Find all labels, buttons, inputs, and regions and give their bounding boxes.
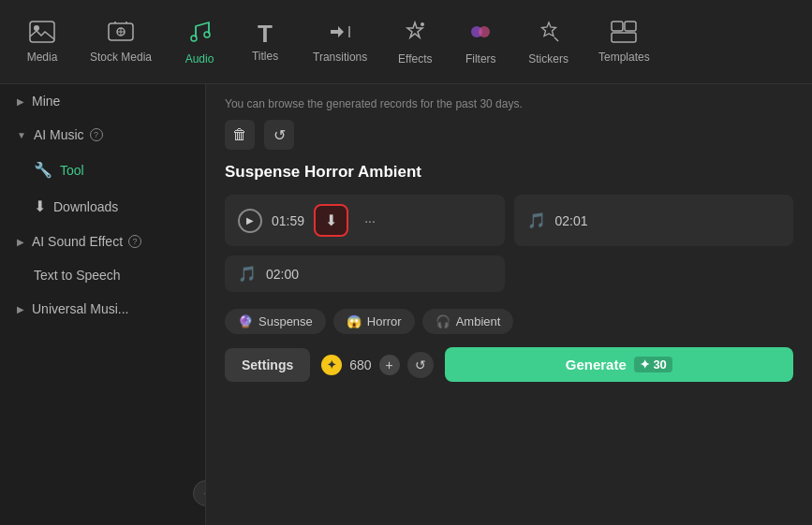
plus-icon: + (386, 357, 393, 372)
ambient-tag-icon: 🎧 (436, 314, 450, 328)
nav-item-templates[interactable]: Templates (583, 13, 665, 71)
universal-music-label: Universal Musi... (32, 301, 128, 316)
credits-value: 680 (349, 357, 371, 372)
browse-notice: You can browse the generated records for… (225, 97, 793, 110)
sidebar-item-ai-sound-effect[interactable]: ▶ AI Sound Effect ? (0, 225, 205, 258)
generate-button[interactable]: Generate ✦ 30 (445, 347, 793, 382)
delete-icon: 🗑 (232, 126, 247, 143)
downloads-icon: ⬇ (34, 197, 46, 215)
transitions-icon (327, 21, 353, 47)
horror-tag-icon: 😱 (347, 314, 362, 328)
refresh-credits-button[interactable]: ↺ (407, 352, 434, 378)
track-duration-1: 01:59 (272, 213, 304, 228)
coin-icon: ✦ (321, 355, 342, 375)
svg-point-8 (479, 26, 490, 37)
ai-music-label: AI Music (34, 127, 84, 142)
suspense-tag-label: Suspense (258, 314, 313, 328)
track-music-icon-3: 🎵 (238, 265, 257, 283)
track-title: Suspense Horror Ambient (225, 163, 793, 182)
nav-item-titles[interactable]: T Titles (232, 14, 298, 70)
svg-point-6 (421, 22, 424, 26)
sidebar-item-universal-music[interactable]: ▶ Universal Musi... (0, 292, 205, 326)
media-icon (29, 21, 55, 47)
action-bar: 🗑 ↺ (225, 120, 793, 150)
nav-item-stock-media[interactable]: Stock Media (75, 13, 167, 71)
sidebar-item-tool[interactable]: 🔧 Tool (0, 152, 205, 188)
svg-rect-10 (625, 22, 636, 31)
track-more-button-1[interactable]: ··· (358, 209, 382, 233)
download-icon-1: ⬇ (325, 211, 337, 229)
track-download-button-1[interactable]: ⬇ (314, 204, 348, 237)
top-navigation: Media Stock Media Audio T Titles (0, 0, 812, 84)
nav-item-transitions[interactable]: Transitions (298, 13, 382, 71)
effects-label: Effects (398, 52, 432, 66)
credits-area: ✦ 680 + ↺ (321, 352, 433, 378)
track-card-2[interactable]: 🎵 02:01 (514, 195, 794, 246)
horror-tag-label: Horror (367, 314, 402, 328)
stock-media-icon (108, 21, 134, 47)
ambient-tag-label: Ambient (456, 314, 501, 328)
stickers-label: Stickers (528, 52, 568, 66)
mine-arrow-icon: ▶ (17, 96, 24, 107)
sidebar-item-mine[interactable]: ▶ Mine (0, 84, 205, 118)
ai-music-help-icon[interactable]: ? (90, 128, 103, 141)
templates-label: Templates (598, 51, 650, 64)
tag-horror[interactable]: 😱 Horror (333, 309, 415, 334)
effects-icon (402, 19, 428, 49)
ai-sound-effect-arrow-icon: ▶ (17, 237, 24, 247)
tag-suspense[interactable]: 🔮 Suspense (225, 309, 326, 334)
ai-sound-effect-help-icon[interactable]: ? (128, 235, 141, 248)
content-area: You can browse the generated records for… (206, 84, 812, 525)
nav-item-stickers[interactable]: Stickers (513, 11, 583, 73)
main-layout: ▶ Mine ▼ AI Music ? 🔧 Tool ⬇ Downloads ▶… (0, 84, 812, 525)
svg-point-5 (204, 32, 210, 37)
generate-count: 30 (653, 357, 666, 372)
audio-label: Audio (185, 52, 214, 66)
text-to-speech-label: Text to Speech (34, 268, 121, 283)
refresh-credits-icon: ↺ (415, 357, 426, 372)
downloads-label: Downloads (53, 199, 118, 214)
transitions-label: Transitions (313, 51, 367, 64)
nav-item-media[interactable]: Media (9, 13, 75, 71)
titles-icon: T (258, 22, 273, 46)
tracks-grid: ▶ 01:59 ⬇ ··· 🎵 02:01 🎵 02:00 (225, 195, 793, 292)
generate-label: Generate (566, 357, 627, 372)
delete-button[interactable]: 🗑 (225, 120, 255, 150)
bottom-bar: Settings ✦ 680 + ↺ Generate ✦ 30 (225, 347, 793, 382)
sidebar-item-ai-music[interactable]: ▼ AI Music ? (0, 118, 205, 152)
stickers-icon (536, 19, 562, 49)
titles-label: Titles (252, 50, 278, 63)
stock-media-label: Stock Media (90, 51, 152, 64)
generate-count-badge: ✦ 30 (634, 357, 672, 372)
track-card-1[interactable]: ▶ 01:59 ⬇ ··· (225, 195, 505, 246)
settings-button[interactable]: Settings (225, 348, 310, 382)
sidebar: ▶ Mine ▼ AI Music ? 🔧 Tool ⬇ Downloads ▶… (0, 84, 206, 525)
svg-rect-0 (30, 22, 54, 42)
track-play-button-1[interactable]: ▶ (238, 209, 262, 233)
suspense-tag-icon: 🔮 (238, 314, 253, 328)
tags-row: 🔮 Suspense 😱 Horror 🎧 Ambient (225, 309, 793, 334)
ai-sound-effect-label: AI Sound Effect (32, 234, 123, 249)
refresh-history-icon: ↺ (273, 126, 286, 144)
add-credits-button[interactable]: + (379, 355, 400, 375)
filters-label: Filters (465, 52, 496, 66)
tool-icon: 🔧 (34, 161, 52, 179)
settings-label: Settings (242, 357, 293, 372)
nav-item-filters[interactable]: Filters (448, 11, 513, 73)
media-label: Media (27, 51, 58, 64)
nav-item-audio[interactable]: Audio (167, 11, 232, 73)
audio-icon (186, 19, 213, 49)
track-music-icon-2: 🎵 (527, 211, 546, 229)
refresh-history-button[interactable]: ↺ (264, 120, 294, 150)
universal-music-arrow-icon: ▶ (17, 304, 24, 314)
ai-music-arrow-icon: ▼ (17, 130, 26, 140)
templates-icon (611, 21, 637, 47)
nav-item-effects[interactable]: Effects (382, 11, 448, 73)
track-card-3[interactable]: 🎵 02:00 (225, 255, 505, 292)
sidebar-item-text-to-speech[interactable]: Text to Speech (0, 258, 205, 292)
svg-point-4 (191, 36, 197, 41)
tool-label: Tool (60, 163, 84, 178)
sidebar-collapse-button[interactable]: ‹ (193, 480, 206, 506)
tag-ambient[interactable]: 🎧 Ambient (422, 309, 514, 334)
sidebar-item-downloads[interactable]: ⬇ Downloads (0, 188, 205, 225)
